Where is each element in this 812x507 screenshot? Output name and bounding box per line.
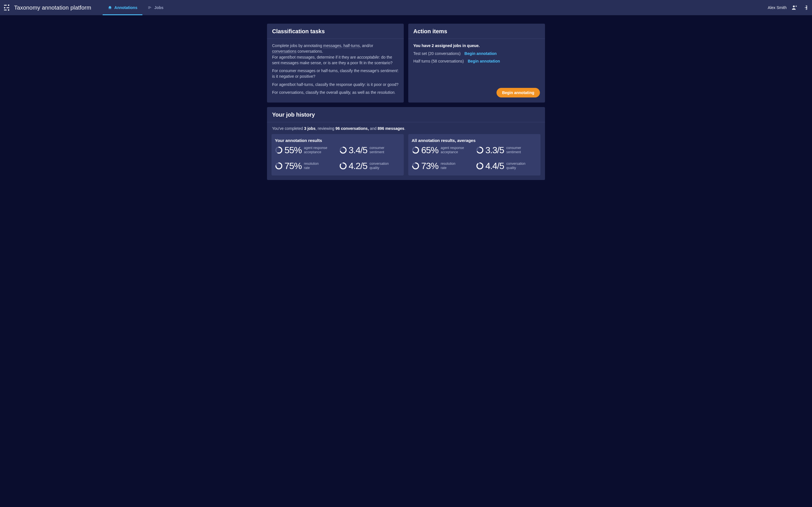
user-settings-icon[interactable] <box>792 5 797 10</box>
tab-jobs[interactable]: Jobs <box>142 0 168 15</box>
stat-agent-response-acceptance: 65% agent responseacceptance <box>412 146 473 155</box>
list-icon <box>147 5 152 10</box>
stat-label: resolutionrate <box>304 162 319 170</box>
card-header: Action items <box>408 24 545 39</box>
svg-point-1 <box>796 6 797 6</box>
svg-point-9 <box>340 163 346 169</box>
stats-card-title: Your annotation results <box>275 138 400 143</box>
classification-paragraph: For consumer messages or half-turns, cla… <box>272 68 399 79</box>
donut-icon <box>339 162 347 170</box>
classification-paragraph: For conversations, classify the overall … <box>272 90 399 95</box>
card-job-history: Your job history You've completed 3 jobs… <box>267 107 545 180</box>
underline-conversations: conversations <box>272 49 296 54</box>
nav-tabs: Annotations Jobs <box>103 0 168 15</box>
tab-annotations[interactable]: Annotations <box>103 0 143 15</box>
home-icon <box>108 5 112 10</box>
donut-icon <box>339 146 347 154</box>
stat-conversation-quality: 4.2/5 conversationquality <box>339 161 401 170</box>
begin-annotating-button[interactable]: Begin annotating <box>497 88 540 98</box>
classification-paragraph: Complete jobs by annotating messages, ha… <box>272 43 399 66</box>
queue-item-label: Test set (20 conversations) <box>413 51 460 56</box>
stat-label: resolutionrate <box>441 162 455 170</box>
card-title: Classification tasks <box>272 28 399 35</box>
card-body: You have 2 assigned jobs in queue. Test … <box>408 39 545 69</box>
stat-value: 65% <box>421 146 439 155</box>
stats-card-your-results: Your annotation results 55% agent respon… <box>271 134 404 175</box>
stat-agent-response-acceptance: 55% agent responseacceptance <box>275 146 336 155</box>
stat-label: consumersentiment <box>370 146 385 154</box>
card-body: Complete jobs by annotating messages, ha… <box>267 39 404 103</box>
svg-point-0 <box>793 6 795 8</box>
stat-label: consumersentiment <box>506 146 521 154</box>
stats-grid: 55% agent responseacceptance 3.4/5 consu… <box>275 146 400 170</box>
tab-label: Jobs <box>154 5 163 10</box>
stat-value: 55% <box>285 146 302 155</box>
stat-resolution-rate: 75% resolutionrate <box>275 161 336 170</box>
app-title: Taxonomy annotation platform <box>14 4 91 11</box>
stat-label: conversationquality <box>370 162 389 170</box>
card-header: Your job history <box>267 107 545 122</box>
stat-consumer-sentiment: 3.3/5 consumersentiment <box>476 146 538 155</box>
stat-value: 75% <box>285 161 302 170</box>
stat-conversation-quality: 4.4/5 conversationquality <box>476 161 538 170</box>
card-action-items: Action items You have 2 assigned jobs in… <box>408 24 545 103</box>
stat-label: agent responseacceptance <box>441 146 464 154</box>
queue-item: Test set (20 conversations) Begin annota… <box>413 51 540 56</box>
stats-grid: 65% agent responseacceptance 3.3/5 consu… <box>412 146 537 170</box>
history-summary: You've completed 3 jobs, reviewing 96 co… <box>267 122 545 134</box>
donut-icon <box>275 146 283 154</box>
begin-annotation-link[interactable]: Begin annotation <box>468 58 500 64</box>
stat-value: 73% <box>421 161 439 170</box>
queue-summary: You have 2 assigned jobs in queue. <box>413 43 540 48</box>
app-header: Taxonomy annotation platform Annotations… <box>0 0 812 15</box>
stat-value: 4.4/5 <box>486 161 504 170</box>
card-title: Your job history <box>272 112 540 118</box>
queue-item-label: Half turns (58 conversations) <box>413 58 464 64</box>
stat-value: 4.2/5 <box>349 161 367 170</box>
header-right: Alex Smith <box>768 0 808 15</box>
donut-icon <box>412 146 419 154</box>
tab-label: Annotations <box>114 5 138 10</box>
user-name: Alex Smith <box>768 5 786 10</box>
classification-paragraph: For agent/bot half-turns, classify the r… <box>272 82 399 87</box>
donut-icon <box>275 162 283 170</box>
donut-icon <box>412 162 419 170</box>
stats-row: Your annotation results 55% agent respon… <box>267 134 545 180</box>
app-logo-icon <box>4 4 10 11</box>
stat-consumer-sentiment: 3.4/5 consumersentiment <box>339 146 401 155</box>
stats-card-all-results: All annotation results, averages 65% age… <box>408 134 541 175</box>
queue-item: Half turns (58 conversations) Begin anno… <box>413 58 540 64</box>
stat-label: conversationquality <box>506 162 525 170</box>
card-classification-tasks: Classification tasks Complete jobs by an… <box>267 24 404 103</box>
underline-messages: messages <box>323 43 341 48</box>
underline-halfturns: half-turns <box>343 43 360 48</box>
svg-point-17 <box>477 163 483 169</box>
card-title: Action items <box>413 28 540 35</box>
donut-icon <box>476 146 484 154</box>
main-content: Classification tasks Complete jobs by an… <box>0 15 812 191</box>
card-header: Classification tasks <box>267 24 404 39</box>
header-left: Taxonomy annotation platform <box>4 0 91 15</box>
stat-label: agent responseacceptance <box>304 146 327 154</box>
card-footer: Begin annotating <box>408 88 545 103</box>
begin-annotation-link[interactable]: Begin annotation <box>464 51 497 56</box>
stat-resolution-rate: 73% resolutionrate <box>412 161 473 170</box>
stats-card-title: All annotation results, averages <box>412 138 537 143</box>
stat-value: 3.4/5 <box>349 146 367 155</box>
stat-value: 3.3/5 <box>486 146 504 155</box>
donut-icon <box>476 162 484 170</box>
logout-icon[interactable] <box>802 5 808 10</box>
